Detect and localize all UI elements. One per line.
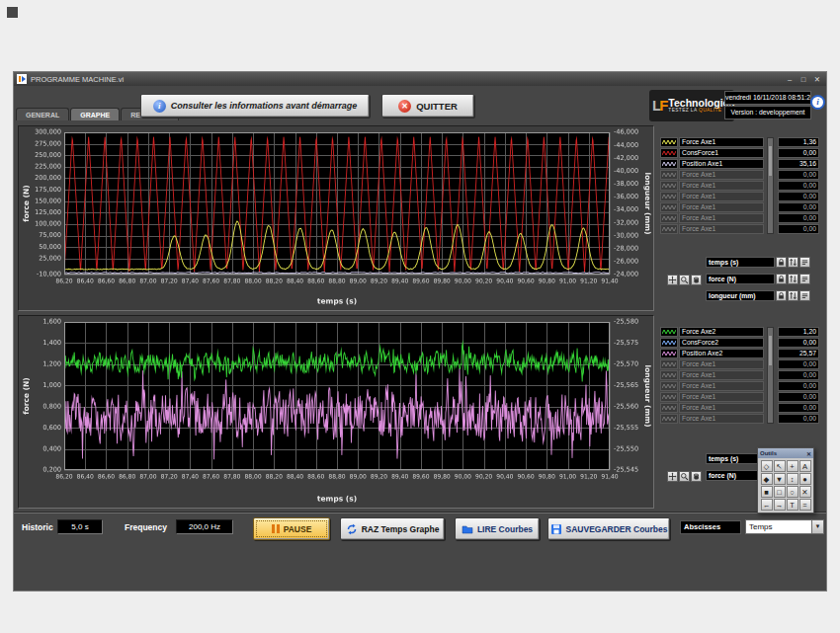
waveform-icon [660, 349, 678, 358]
graph1-canvas[interactable] [19, 126, 653, 310]
tab-graphe[interactable]: GRAPHE [70, 108, 120, 120]
tab-general[interactable]: GENERAL [16, 108, 69, 120]
tools-palette-title: Outils [760, 450, 777, 456]
help-icon[interactable]: i [810, 95, 825, 110]
graph2-palette [666, 471, 702, 482]
legend-item-label: Force Axe1 [679, 181, 764, 191]
waveform-icon [660, 327, 678, 337]
window-titlebar[interactable]: PROGRAMME MACHINE.vi – □ ✕ [14, 72, 826, 86]
pan-button[interactable] [691, 275, 702, 285]
abscisses-label: Abscisses [680, 520, 741, 534]
pan-left-tool[interactable]: ← [761, 499, 773, 511]
frequency-value-field[interactable]: 200,0 Hz [176, 519, 233, 534]
wire-tool[interactable]: ◆ [761, 473, 773, 485]
format-button[interactable] [799, 257, 810, 268]
legend-value: 0,00 [778, 224, 819, 234]
legend-row[interactable]: Force Axe10,00 [660, 224, 828, 234]
probe-tool[interactable]: ■ [761, 486, 773, 498]
pause-button[interactable]: PAUSE [253, 517, 330, 540]
label-tool[interactable]: A [799, 460, 811, 472]
menu-tool[interactable]: ▼ [774, 473, 786, 485]
scale-label[interactable]: longueur (mm) [706, 290, 775, 301]
graph2-frame [18, 315, 654, 509]
legend-row[interactable]: Force Axe10,00 [660, 381, 828, 391]
consulter-infos-label: Consulter les informations avant démarra… [171, 101, 358, 111]
legend-row[interactable]: Position Axe135,16 [660, 159, 828, 169]
format-button[interactable] [799, 290, 810, 301]
autoscale-button[interactable] [788, 290, 798, 301]
text-tool[interactable]: T [787, 499, 798, 511]
abscisses-value: Temps [746, 520, 811, 533]
cursor-button[interactable] [667, 471, 678, 482]
scale-label[interactable]: temps (s) [706, 257, 775, 268]
quitter-button[interactable]: ✕ QUITTER [381, 94, 474, 118]
scale-row: force (N) [706, 274, 810, 284]
palette-close-icon[interactable]: ✕ [806, 450, 811, 457]
consulter-infos-button[interactable]: i Consulter les informations avant démar… [140, 94, 370, 118]
waveform-icon [660, 137, 678, 147]
legend-scrollbar[interactable] [767, 137, 774, 234]
pan-button[interactable] [691, 471, 702, 482]
quit-icon: ✕ [398, 100, 411, 113]
legend-row[interactable]: ConsForce10,00 [660, 148, 828, 158]
format-button[interactable] [799, 274, 810, 284]
select-tool[interactable]: ✕ [799, 486, 811, 498]
desktop-artifact [7, 7, 18, 18]
legend-row[interactable]: Force Axe10,00 [660, 170, 828, 180]
color-tool[interactable]: ○ [787, 486, 798, 498]
legend-row[interactable]: Force Axe10,00 [660, 213, 828, 223]
operate-tool[interactable]: ↖ [774, 460, 786, 472]
tools-palette-titlebar[interactable]: Outils ✕ [758, 448, 813, 458]
lines-tool[interactable]: = [799, 499, 811, 511]
copy-color-tool[interactable]: □ [774, 486, 786, 498]
abscisses-dropdown[interactable]: Temps ▼ [745, 519, 824, 534]
legend-value: 0,00 [778, 359, 819, 369]
cursor-button[interactable] [667, 275, 678, 285]
zoom-button[interactable] [679, 471, 690, 482]
scale-label[interactable]: force (N) [706, 274, 775, 284]
autoscale-button[interactable] [788, 274, 798, 284]
waveform-icon [660, 403, 678, 413]
legend-row[interactable]: Force Axe10,00 [660, 202, 828, 212]
legend-row[interactable]: Force Axe10,00 [660, 403, 828, 413]
legend-row[interactable]: Force Axe21,20 [660, 327, 828, 337]
scroll-tool[interactable]: ↕ [787, 473, 798, 485]
dropdown-arrow-icon[interactable]: ▼ [811, 520, 823, 533]
position-tool[interactable]: + [787, 460, 798, 472]
raz-temps-graphe-button[interactable]: RAZ Temps Graphe [340, 517, 445, 540]
legend-row[interactable]: Position Axe225,57 [660, 349, 828, 358]
legend-row[interactable]: Force Axe10,00 [660, 370, 828, 380]
graph1-scale-rows: temps (s)force (N)longueur (mm) [706, 257, 810, 307]
legend-row[interactable]: Force Axe11,36 [660, 137, 828, 147]
legend-row[interactable]: Force Axe10,00 [660, 359, 828, 369]
minimize-button[interactable]: – [784, 74, 796, 85]
legend-item-label: Force Axe1 [679, 381, 764, 391]
close-button[interactable]: ✕ [811, 74, 823, 85]
waveform-icon [660, 202, 678, 212]
historic-value-field[interactable]: 5,0 s [57, 519, 103, 534]
legend-value: 1,20 [778, 327, 819, 337]
lock-button[interactable] [776, 290, 787, 301]
sauvegarder-courbes-button[interactable]: SAUVEGARDER Courbes [547, 517, 670, 540]
save-disk-icon [550, 523, 562, 535]
legend-row[interactable]: Force Axe10,00 [660, 414, 828, 424]
lock-button[interactable] [776, 274, 787, 284]
lock-button[interactable] [776, 257, 787, 268]
legend-row[interactable]: Force Axe10,00 [660, 392, 828, 402]
legend-row[interactable]: ConsForce20,00 [660, 338, 828, 348]
maximize-button[interactable]: □ [798, 74, 809, 85]
zoom-button[interactable] [679, 275, 690, 285]
graph2-canvas[interactable] [19, 316, 653, 508]
pause-label: PAUSE [284, 524, 312, 534]
autoscale-button[interactable] [788, 257, 798, 268]
graph1-frame [18, 125, 654, 311]
legend-scrollbar[interactable] [767, 327, 774, 424]
pan-right-tool[interactable]: → [774, 499, 786, 511]
lire-courbes-button[interactable]: LIRE Courbes [455, 517, 540, 540]
breakpoint-tool[interactable]: ● [799, 473, 811, 485]
version-display: Version : developpement [724, 106, 811, 119]
legend-row[interactable]: Force Axe10,00 [660, 192, 828, 201]
legend-row[interactable]: Force Axe10,00 [660, 181, 828, 191]
auto-tool[interactable]: ◇ [761, 460, 773, 472]
tools-grid: ◇↖+A◆▼↕●■□○✕←→T= [758, 458, 813, 513]
